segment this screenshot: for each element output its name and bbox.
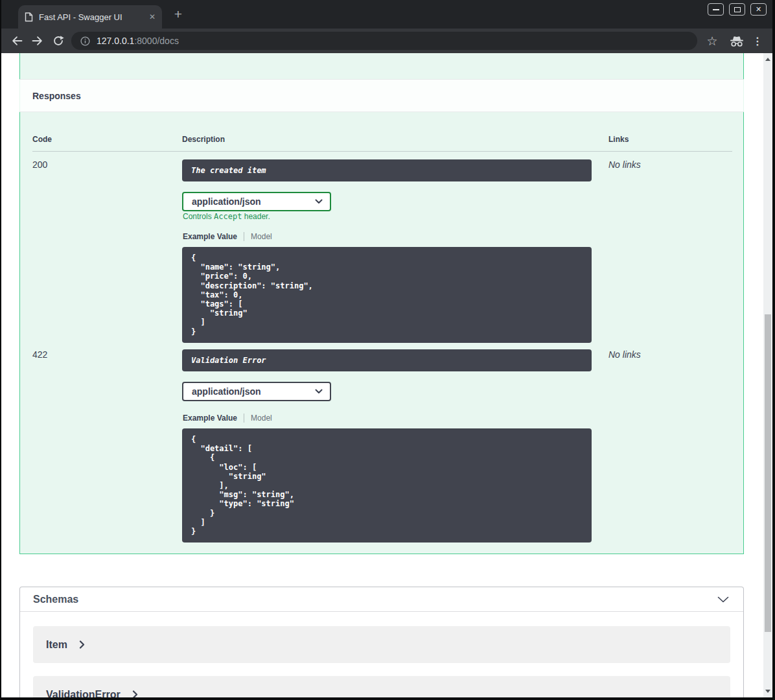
forward-arrow-icon — [31, 34, 44, 47]
model-validationerror-row[interactable]: ValidationError — [33, 676, 730, 697]
incognito-indicator — [728, 32, 745, 49]
media-type-value-422: application/json — [192, 386, 261, 397]
schemas-header[interactable]: Schemas — [20, 587, 743, 612]
tab-example-value-200[interactable]: Example Value — [183, 232, 237, 241]
chevron-down-icon — [315, 389, 323, 394]
chevron-right-icon — [79, 640, 85, 649]
incognito-icon — [729, 35, 745, 47]
media-type-select-200[interactable]: application/json — [182, 192, 331, 211]
responses-section-header: Responses — [19, 79, 744, 112]
chevron-down-icon — [315, 199, 323, 204]
maximize-button[interactable] — [729, 3, 745, 16]
response-code-422: 422 — [32, 349, 47, 360]
new-tab-button[interactable]: + — [170, 6, 187, 23]
response-200-description: The created item — [191, 166, 266, 175]
page-favicon-icon — [25, 12, 33, 22]
accept-header-note: Controls Accept header. — [183, 212, 270, 221]
response-200-description-box: The created item — [182, 159, 592, 181]
example-json-200: { "name": "string", "price": 0, "descrip… — [182, 247, 592, 343]
example-json-422: { "detail": [ { "loc": [ "string" ], "ms… — [182, 428, 592, 542]
accept-note-code: Accept — [214, 212, 242, 221]
page-scrollbar[interactable] — [763, 53, 772, 697]
url-text: 127.0.0.1:8000/docs — [97, 35, 179, 47]
reload-icon — [52, 34, 65, 47]
window-controls: ✕ — [708, 3, 767, 16]
model-validationerror-label: ValidationError — [46, 689, 121, 698]
response-code-200: 200 — [32, 159, 47, 170]
browser-menu-button[interactable]: ⋮ — [749, 32, 766, 49]
minimize-button[interactable] — [708, 3, 724, 16]
url-host: 127.0.0.1 — [97, 36, 134, 46]
responses-title: Responses — [32, 91, 81, 101]
col-header-code: Code — [32, 135, 52, 144]
example-model-tabs-200: Example Value Model — [183, 232, 272, 241]
url-bar[interactable]: 127.0.0.1:8000/docs — [71, 32, 697, 50]
tab-title: Fast API - Swagger UI — [39, 12, 143, 22]
chevron-right-icon — [132, 690, 138, 697]
table-header-divider — [32, 151, 732, 152]
schemas-section: Schemas Item ValidationError — [19, 587, 744, 697]
browser-toolbar: 127.0.0.1:8000/docs ☆ ⋮ — [1, 29, 772, 53]
minimize-icon — [713, 9, 719, 10]
url-path: :8000/docs — [134, 36, 179, 46]
reload-button[interactable] — [51, 33, 66, 49]
scrollbar-thumb[interactable] — [765, 314, 771, 632]
back-arrow-icon — [10, 34, 23, 47]
back-button[interactable] — [9, 33, 25, 49]
model-item-row[interactable]: Item — [33, 626, 730, 663]
response-200-links: No links — [608, 159, 641, 170]
tab-model-422[interactable]: Model — [251, 414, 272, 423]
site-info-icon[interactable] — [80, 36, 90, 46]
maximize-icon — [734, 7, 741, 12]
schemas-title: Schemas — [33, 594, 78, 605]
col-header-links: Links — [608, 135, 629, 144]
tab-strip: Fast API - Swagger UI ✕ + ✕ — [1, 0, 772, 29]
scrollbar-up-arrow-icon[interactable] — [765, 58, 770, 61]
close-button[interactable]: ✕ — [750, 3, 767, 16]
tab-example-value-422[interactable]: Example Value — [183, 414, 237, 423]
response-422-description: Validation Error — [191, 356, 266, 365]
tab-model-200[interactable]: Model — [251, 232, 272, 241]
swagger-page: Responses Code Description Links 200 The… — [1, 53, 772, 697]
chevron-down-icon[interactable] — [717, 596, 729, 603]
col-header-description: Description — [182, 135, 225, 144]
accept-note-prefix: Controls — [183, 212, 214, 221]
bookmark-star-button[interactable]: ☆ — [704, 32, 721, 49]
media-type-value-200: application/json — [192, 196, 261, 207]
media-type-select-422[interactable]: application/json — [182, 382, 331, 401]
star-icon: ☆ — [706, 35, 717, 47]
example-json-422-code: { "detail": [ { "loc": [ "string" ], "ms… — [191, 435, 583, 536]
example-json-200-code: { "name": "string", "price": 0, "descrip… — [191, 253, 583, 336]
response-422-description-box: Validation Error — [182, 349, 592, 371]
browser-tab[interactable]: Fast API - Swagger UI ✕ — [18, 5, 162, 29]
example-model-tabs-422: Example Value Model — [183, 414, 272, 423]
three-dots-icon: ⋮ — [752, 35, 763, 47]
tab-separator — [244, 232, 244, 241]
scrollbar-down-arrow-icon[interactable] — [765, 690, 770, 693]
tab-close-icon[interactable]: ✕ — [149, 12, 156, 21]
forward-button[interactable] — [30, 33, 45, 49]
tab-separator — [244, 414, 244, 423]
browser-window: Fast API - Swagger UI ✕ + ✕ — [1, 0, 772, 697]
accept-note-suffix: header. — [242, 212, 270, 221]
response-422-links: No links — [608, 349, 641, 360]
model-item-label: Item — [46, 639, 67, 651]
